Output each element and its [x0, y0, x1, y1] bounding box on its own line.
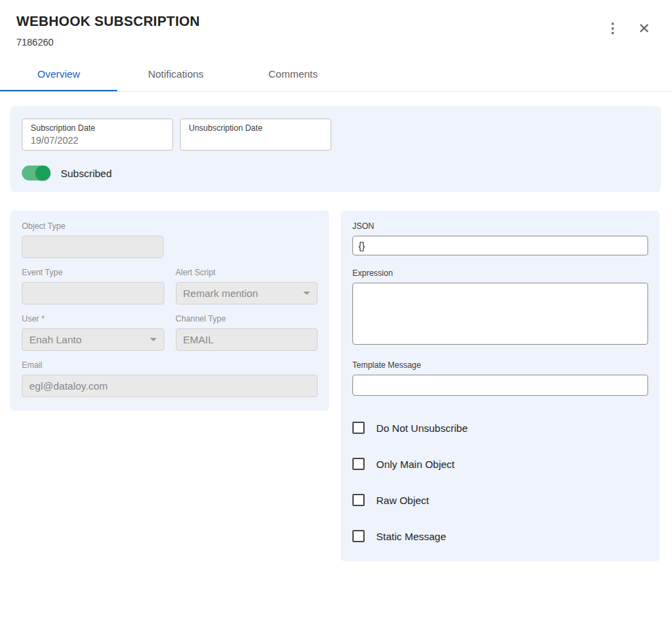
alert-script-value: Remark mention	[183, 287, 258, 299]
object-type-group: Object Type	[22, 221, 318, 258]
dialog-header: WEBHOOK SUBSCRIPTION 7186260 ⋮ ✕	[0, 0, 672, 48]
subscribed-toggle-row: Subscribed	[22, 166, 650, 181]
user-value: Enah Lanto	[29, 334, 82, 345]
header-actions: ⋮ ✕	[601, 14, 656, 40]
checkbox-raw-object[interactable]: Raw Object	[352, 494, 648, 506]
expression-group: Expression	[352, 268, 648, 347]
record-id: 7186260	[16, 37, 200, 48]
email-group: Email egl@dataloy.com	[22, 360, 318, 397]
chevron-down-icon	[303, 292, 310, 295]
tab-comments[interactable]: Comments	[234, 59, 352, 91]
user-channel-row: User * Enah Lanto Channel Type EMAIL	[22, 314, 318, 360]
event-type-group: Event Type	[22, 268, 164, 304]
event-type-input	[22, 282, 164, 304]
tab-notifications[interactable]: Notifications	[117, 59, 234, 91]
subscribed-label: Subscribed	[61, 168, 112, 179]
kebab-menu-icon: ⋮	[606, 21, 620, 35]
alert-script-label: Alert Script	[176, 268, 318, 277]
more-options-button[interactable]: ⋮	[601, 16, 624, 40]
checkbox-label: Only Main Object	[376, 458, 455, 470]
channel-type-input: EMAIL	[176, 328, 318, 351]
user-label: User *	[22, 314, 164, 324]
event-alert-row: Event Type Alert Script Remark mention	[22, 268, 318, 314]
checkbox-label: Static Message	[376, 531, 446, 542]
subscription-date-field[interactable]: Subscription Date 19/07/2022	[22, 119, 173, 151]
event-type-label: Event Type	[22, 268, 164, 277]
checkbox-static-message[interactable]: Static Message	[352, 530, 648, 542]
subscribed-toggle[interactable]	[22, 166, 50, 181]
message-panel: JSON Expression Template Message Do Not …	[341, 210, 660, 561]
subscription-date-value: 19/07/2022	[31, 135, 164, 146]
template-message-group: Template Message	[352, 360, 648, 396]
page-title: WEBHOOK SUBSCRIPTION	[16, 14, 200, 29]
email-input: egl@dataloy.com	[22, 375, 318, 397]
details-panel: Object Type Event Type Alert Script Rema…	[10, 210, 329, 411]
checkbox-icon	[352, 494, 365, 506]
checkbox-do-not-unsubscribe[interactable]: Do Not Unsubscribe	[352, 422, 648, 434]
json-label: JSON	[352, 221, 648, 231]
channel-type-value: EMAIL	[183, 334, 214, 345]
close-icon: ✕	[638, 21, 650, 35]
unsubscription-date-value	[189, 135, 322, 146]
close-button[interactable]: ✕	[632, 16, 656, 40]
object-type-label: Object Type	[22, 221, 318, 231]
user-select: Enah Lanto	[22, 328, 164, 351]
json-group: JSON	[352, 221, 648, 255]
checkbox-group: Do Not Unsubscribe Only Main Object Raw …	[352, 422, 648, 542]
toggle-knob	[35, 166, 50, 181]
user-group: User * Enah Lanto	[22, 314, 164, 351]
checkbox-icon	[352, 458, 365, 470]
subscription-date-label: Subscription Date	[31, 123, 164, 133]
object-type-input	[22, 236, 164, 258]
email-value: egl@dataloy.com	[29, 380, 108, 392]
json-input[interactable]	[352, 236, 648, 255]
template-message-input[interactable]	[352, 375, 648, 396]
subscription-panel: Subscription Date 19/07/2022 Unsubscript…	[10, 106, 661, 192]
overview-tab-content: Subscription Date 19/07/2022 Unsubscript…	[0, 92, 672, 561]
template-message-label: Template Message	[352, 360, 648, 370]
checkbox-label: Do Not Unsubscribe	[376, 422, 468, 434]
email-label: Email	[22, 360, 318, 370]
expression-textarea[interactable]	[352, 283, 648, 345]
date-fields: Subscription Date 19/07/2022 Unsubscript…	[22, 119, 650, 151]
checkbox-icon	[352, 530, 365, 542]
checkbox-only-main-object[interactable]: Only Main Object	[352, 458, 648, 470]
checkbox-icon	[352, 422, 365, 434]
header-text: WEBHOOK SUBSCRIPTION 7186260	[16, 14, 200, 48]
alert-script-group: Alert Script Remark mention	[176, 268, 318, 314]
channel-type-label: Channel Type	[176, 314, 318, 324]
unsubscription-date-label: Unsubscription Date	[189, 123, 322, 133]
tab-overview[interactable]: Overview	[0, 59, 117, 91]
tab-bar: Overview Notifications Comments	[0, 59, 672, 92]
unsubscription-date-field[interactable]: Unsubscription Date	[180, 119, 331, 151]
expression-label: Expression	[352, 268, 648, 278]
alert-script-select: Remark mention	[176, 282, 318, 304]
content-columns: Object Type Event Type Alert Script Rema…	[10, 210, 661, 561]
channel-type-group: Channel Type EMAIL	[176, 314, 318, 360]
chevron-down-icon	[150, 338, 157, 341]
checkbox-label: Raw Object	[376, 495, 429, 506]
